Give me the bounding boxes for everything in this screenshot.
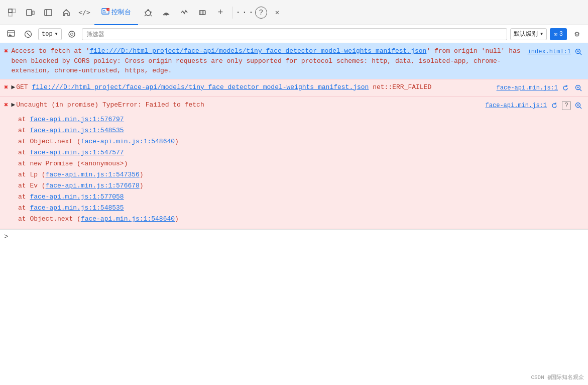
stack-link-6[interactable]: face-api.min.js:1:547356 xyxy=(46,171,140,178)
stack-line-3: at Object.next (face-api.min.js:1:548640… xyxy=(18,136,179,147)
log-level-selector[interactable]: 默认级别 ▾ xyxy=(510,28,547,40)
message-count-button[interactable]: ✉ 3 xyxy=(550,28,567,40)
zoom-icon-2[interactable] xyxy=(573,82,584,93)
stack-line-7: at Ev (face-api.min.js:1:576678) xyxy=(18,180,179,191)
error-entry-typeerror: ✖ ▶Uncaught (in promise) TypeError: Fail… xyxy=(0,97,588,230)
error-text-cors-prefix: Access to fetch at ' xyxy=(11,47,89,55)
level-arrow-icon: ▾ xyxy=(540,30,543,38)
expand-triangle-3[interactable]: ▶ xyxy=(11,100,15,110)
svg-line-35 xyxy=(580,107,582,109)
error-actions-1: index.html:1 xyxy=(528,46,584,57)
level-label: 默认级别 xyxy=(514,30,538,38)
stack-link-4[interactable]: face-api.min.js:1:547577 xyxy=(30,149,124,156)
msg-icon: ✉ xyxy=(554,31,557,37)
sources-icon[interactable]: </> xyxy=(76,5,92,21)
context-selector[interactable]: top ▾ xyxy=(38,28,62,40)
svg-rect-4 xyxy=(32,11,34,15)
svg-rect-2 xyxy=(9,13,12,16)
error-link-cors-url[interactable]: file:///D:/html_project/face-api/models/… xyxy=(89,47,426,55)
source-link-get[interactable]: face-api.min.js:1 xyxy=(497,84,558,91)
network-icon[interactable] xyxy=(158,5,174,21)
console-output: ✖ Access to fetch at 'file:///D:/html_pr… xyxy=(0,43,588,385)
context-label: top xyxy=(42,31,53,38)
inspect-icon[interactable] xyxy=(4,5,20,21)
error-actions-2: face-api.min.js:1 xyxy=(497,82,584,93)
zoom-icon-3[interactable] xyxy=(573,100,584,111)
svg-line-31 xyxy=(580,89,582,91)
stack-line-1: at face-api.min.js:1:576797 xyxy=(18,114,179,125)
home-icon[interactable] xyxy=(58,5,74,21)
error-icon-3: ✖ xyxy=(4,101,8,109)
svg-line-27 xyxy=(580,53,582,55)
stack-trace: at face-api.min.js:1:576797 at face-api.… xyxy=(4,114,179,225)
more-tools-button[interactable]: ··· xyxy=(237,5,253,21)
error-entry-get: ✖ ▶GET file:///D:/html_project/face-api/… xyxy=(0,79,588,97)
svg-rect-5 xyxy=(45,10,52,16)
stack-line-10: at Object.next (face-api.min.js:1:548640… xyxy=(18,214,179,225)
reload-icon-3[interactable] xyxy=(549,100,560,111)
error-icon-2: ✖ xyxy=(4,83,8,91)
error-body-cors: Access to fetch at 'file:///D:/html_proj… xyxy=(11,46,524,76)
stack-link-2[interactable]: face-api.min.js:1:548535 xyxy=(30,127,124,134)
watermark: CSDN @国际知名观众 xyxy=(531,373,584,381)
stack-link-10[interactable]: face-api.min.js:1:548640 xyxy=(81,215,175,223)
error-text-get-status: net::ERR_FAILED xyxy=(369,83,431,91)
stack-link-7[interactable]: face-api.min.js:1:576678 xyxy=(46,182,140,189)
error-actions-3: face-api.min.js:1 ? xyxy=(486,100,584,111)
console-clear-button[interactable] xyxy=(4,27,18,41)
console-prompt: > xyxy=(4,233,8,241)
tab-console[interactable]: ! 控制台 xyxy=(94,0,138,25)
console-input[interactable] xyxy=(11,233,584,241)
svg-point-25 xyxy=(70,33,73,35)
device-toggle-icon[interactable] xyxy=(22,5,38,21)
filter-input[interactable] xyxy=(82,28,507,40)
svg-text:!: ! xyxy=(107,9,109,12)
console-controls-bar: top ▾ 默认级别 ▾ ✉ 3 ⚙ xyxy=(0,25,588,43)
reload-icon-2[interactable] xyxy=(560,82,571,93)
context-arrow-icon: ▾ xyxy=(55,30,58,38)
preserve-log-icon[interactable] xyxy=(65,27,79,41)
error-body-typeerror: ▶Uncaught (in promise) TypeError: Failed… xyxy=(11,100,482,110)
svg-point-24 xyxy=(69,31,75,37)
stack-link-1[interactable]: face-api.min.js:1:576797 xyxy=(30,116,124,123)
console-tab-label: 控制台 xyxy=(111,8,131,17)
stack-line-4: at face-api.min.js:1:547577 xyxy=(18,147,179,158)
stack-line-5: at new Promise (<anonymous>) xyxy=(18,158,179,169)
question-icon-3[interactable]: ? xyxy=(562,101,571,110)
error-body-get: ▶GET file:///D:/html_project/face-api/mo… xyxy=(11,82,493,92)
error-entry-cors: ✖ Access to fetch at 'file:///D:/html_pr… xyxy=(0,43,588,79)
close-icon[interactable]: ✕ xyxy=(269,5,285,21)
error-text-typeerror-msg: Uncaught (in promise) TypeError: Failed … xyxy=(16,101,204,109)
svg-rect-1 xyxy=(12,9,16,13)
memory-icon[interactable] xyxy=(194,5,210,21)
svg-point-12 xyxy=(146,11,151,16)
toolbar-separator xyxy=(232,7,233,19)
stack-link-9[interactable]: face-api.min.js:1:548535 xyxy=(30,204,124,212)
svg-line-23 xyxy=(27,33,30,36)
console-filter-toggle[interactable] xyxy=(21,27,35,41)
debug-icon[interactable] xyxy=(140,5,156,21)
svg-rect-3 xyxy=(27,10,32,16)
stack-line-6: at Lp (face-api.min.js:1:547356) xyxy=(18,169,179,180)
error-text-get-method: GET xyxy=(16,83,32,91)
error-icon-1: ✖ xyxy=(4,47,8,55)
console-input-area: > xyxy=(0,229,588,244)
devtools-toolbar: </> ! 控制台 + ··· ? ✕ xyxy=(0,0,588,25)
source-link-typeerror[interactable]: face-api.min.js:1 xyxy=(486,102,547,109)
stack-line-8: at face-api.min.js:1:577058 xyxy=(18,191,179,203)
source-link-cors[interactable]: index.html:1 xyxy=(528,48,571,55)
stack-line-9: at face-api.min.js:1:548535 xyxy=(18,203,179,214)
svg-rect-0 xyxy=(9,9,12,13)
error-link-get-url[interactable]: file:///D:/html_project/face-api/models/… xyxy=(32,83,369,91)
expand-triangle-2[interactable]: ▶ xyxy=(11,82,15,92)
svg-point-13 xyxy=(166,15,167,16)
zoom-icon-1[interactable] xyxy=(573,46,584,57)
stack-link-3[interactable]: face-api.min.js:1:548640 xyxy=(81,138,175,145)
sidebar-icon[interactable] xyxy=(40,5,56,21)
performance-icon[interactable] xyxy=(176,5,192,21)
stack-line-2: at face-api.min.js:1:548535 xyxy=(18,125,179,136)
add-tab-icon[interactable]: + xyxy=(212,5,228,21)
stack-link-8[interactable]: face-api.min.js:1:577058 xyxy=(30,193,124,201)
settings-gear-button[interactable]: ⚙ xyxy=(570,27,584,41)
help-icon[interactable]: ? xyxy=(255,7,267,19)
